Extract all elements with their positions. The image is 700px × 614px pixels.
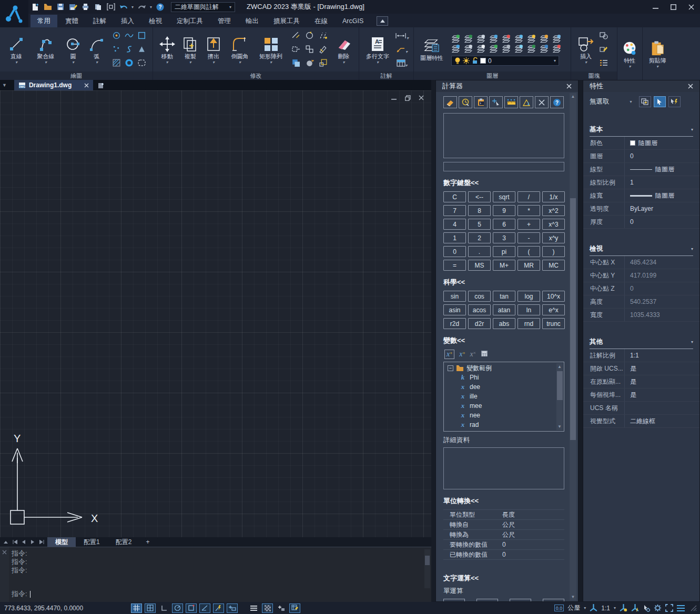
sci-key[interactable]: log (518, 291, 540, 302)
property-row[interactable]: 線型比例1 (583, 176, 699, 189)
command-scrollbar[interactable] (424, 549, 430, 588)
layer-tool-icon[interactable] (451, 34, 460, 43)
variable-item[interactable]: xvee (444, 429, 564, 432)
unit-name[interactable]: 公釐 (567, 603, 580, 612)
redo-dropdown-icon[interactable]: ▾ (150, 5, 152, 9)
object-snap-icon[interactable] (186, 603, 197, 613)
calc-key[interactable]: / (518, 191, 540, 202)
tab-manage[interactable]: 管理 (211, 15, 238, 27)
rect-array-button[interactable]: 矩形陣列▾ (256, 36, 286, 64)
calc-key[interactable]: 1 (443, 232, 466, 243)
table-icon[interactable]: ▾ (397, 59, 408, 68)
collapse-icon[interactable]: − (448, 365, 453, 371)
calc-key[interactable]: C (443, 191, 466, 202)
delete-variable-icon[interactable]: x× (470, 350, 476, 359)
tab-express-tools[interactable]: 擴展工具 (267, 15, 307, 27)
transparency-icon[interactable] (262, 603, 273, 613)
clear-icon[interactable] (443, 96, 457, 108)
sci-key[interactable]: e^x (542, 304, 565, 315)
chevron-down-icon[interactable]: ▾ (630, 99, 632, 104)
measure-angle-icon[interactable] (520, 96, 533, 108)
close-tab-icon[interactable] (84, 83, 89, 88)
tab-arcgis[interactable]: ArcGIS (336, 15, 370, 27)
move-button[interactable]: 移動▾ (157, 36, 177, 64)
calc-key[interactable]: MC (542, 260, 565, 271)
donut-icon[interactable] (125, 58, 134, 69)
property-row[interactable]: 顏色隨圖層 (583, 137, 699, 150)
unit-row[interactable]: 單位類型長度 (443, 510, 564, 520)
calc-key[interactable]: M+ (493, 260, 515, 271)
edit-hatch-icon[interactable] (319, 45, 328, 55)
polar-tracking-icon[interactable] (172, 603, 183, 613)
reverse-icon[interactable] (125, 45, 134, 55)
tree-scrollbar[interactable]: ▲ ▼ (556, 363, 563, 430)
layout-menu-icon[interactable] (2, 538, 9, 546)
close-calculator-icon[interactable] (566, 83, 572, 90)
circle-center-icon[interactable] (112, 31, 121, 42)
property-row[interactable]: UCS 名稱 (583, 402, 699, 415)
calc-key[interactable]: x^3 (542, 219, 565, 230)
calc-key[interactable]: = (443, 260, 466, 271)
annotation-scale-value[interactable]: 1:1 (601, 605, 610, 612)
arc-button[interactable]: 弧▾ (86, 36, 107, 64)
layer-tool-icon[interactable] (489, 34, 498, 43)
close-properties-icon[interactable] (688, 83, 693, 90)
maximize-button[interactable] (664, 1, 682, 13)
angle-snap-icon[interactable] (199, 603, 210, 613)
copy-button[interactable]: 複製▾ (180, 36, 200, 64)
layer-tool-icon[interactable] (451, 44, 460, 53)
doc-tab-menu-icon[interactable]: ▼ (2, 83, 7, 88)
scroll-up-icon[interactable]: ▲ (570, 93, 576, 100)
clipboard-button[interactable]: 剪貼簿▾ (646, 40, 668, 68)
calc-key[interactable]: ) (542, 246, 565, 257)
create-block-icon[interactable] (600, 32, 608, 41)
unit-row[interactable]: 要轉換的數值0 (443, 540, 564, 550)
property-row[interactable]: 中心點 Z0 (583, 282, 699, 295)
layer-tool-icon[interactable] (476, 34, 485, 43)
preview-icon[interactable] (94, 3, 103, 12)
dimension-icon[interactable]: ▾ (395, 32, 409, 41)
calc-key[interactable]: * (518, 205, 540, 216)
tab-layout2[interactable]: 配置2 (108, 537, 140, 547)
erase-button[interactable]: 刪除▾ (332, 36, 355, 64)
sci-key[interactable]: 10^x (542, 291, 565, 302)
settings-gear-icon[interactable] (654, 604, 662, 612)
status-list-icon[interactable] (248, 603, 259, 613)
property-row[interactable]: 在原點顯...是 (583, 375, 699, 388)
layer-properties-button[interactable]: 圖層特性 (418, 38, 446, 62)
calc-key[interactable]: 1/x (542, 191, 565, 202)
annotation-scale-icon[interactable] (590, 604, 597, 612)
command-window[interactable]: 指令: 指令: 指令: 指令: (0, 547, 431, 602)
polyline-button[interactable]: 聚合線▾ (32, 36, 60, 64)
calc-key[interactable]: 2 (468, 232, 491, 243)
layer-tool-icon[interactable] (476, 44, 485, 53)
calculator-scrollbar[interactable]: ▲ ▼ (570, 93, 576, 600)
grid-display-icon[interactable] (131, 603, 142, 613)
property-row[interactable]: 視覺型式二維線框 (583, 415, 699, 428)
variable-item[interactable]: xdee (444, 382, 564, 392)
details-box[interactable] (443, 447, 564, 489)
variables-folder-row[interactable]: − 變數範例 (444, 363, 564, 373)
trim-icon[interactable] (291, 31, 300, 42)
annotation-visibility-icon[interactable] (620, 604, 627, 612)
tab-solid[interactable]: 實體 (58, 15, 85, 27)
op-button[interactable]: A*B (510, 599, 531, 601)
sci-key[interactable]: r2d (443, 318, 466, 329)
region-icon[interactable] (137, 45, 146, 55)
calc-key[interactable]: . (468, 246, 491, 257)
ribbon-collapse-icon[interactable] (377, 16, 388, 26)
tab-model[interactable]: 模型 (47, 537, 76, 547)
close-button[interactable] (682, 1, 700, 13)
sci-key[interactable]: asin (443, 304, 466, 315)
sci-key[interactable]: trunc (542, 318, 565, 329)
layer-tool-icon[interactable] (489, 44, 498, 53)
dynamic-input-icon[interactable] (227, 603, 238, 613)
toggle-pickadd-icon[interactable] (668, 96, 681, 107)
measure-distance-icon[interactable] (504, 96, 518, 108)
layer-tool-icon[interactable] (514, 44, 523, 53)
quick-properties-icon[interactable] (276, 603, 287, 613)
zwcad-logo-icon[interactable] (0, 0, 28, 27)
minimize-button[interactable] (646, 1, 664, 13)
variable-item[interactable]: kPhi (444, 373, 564, 382)
calc-key[interactable]: 7 (443, 205, 466, 216)
